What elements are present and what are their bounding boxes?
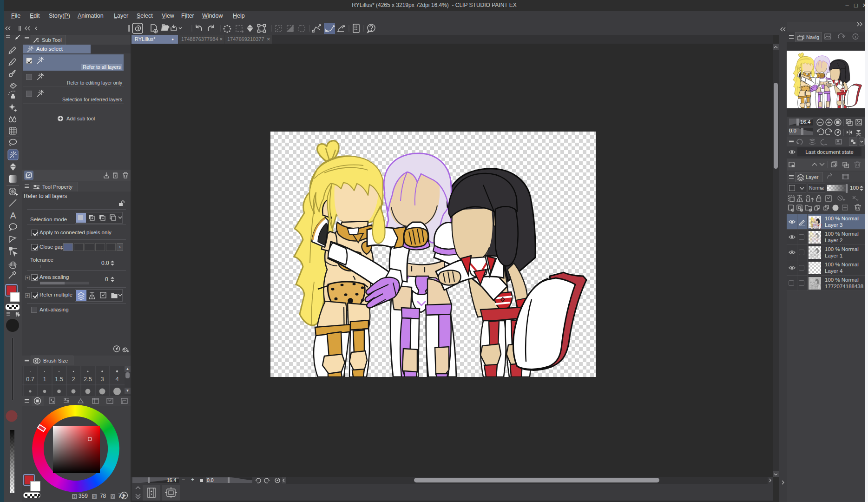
svg-text:2: 2 [72, 376, 75, 383]
svg-text:3: 3 [100, 376, 104, 383]
svg-text:4: 4 [115, 376, 118, 383]
svg-text:1.5: 1.5 [55, 376, 63, 383]
svg-text:2.5: 2.5 [84, 376, 92, 383]
svg-text:0.7: 0.7 [26, 376, 34, 383]
svg-text:A: A [10, 211, 16, 220]
svg-text:1: 1 [43, 376, 46, 383]
